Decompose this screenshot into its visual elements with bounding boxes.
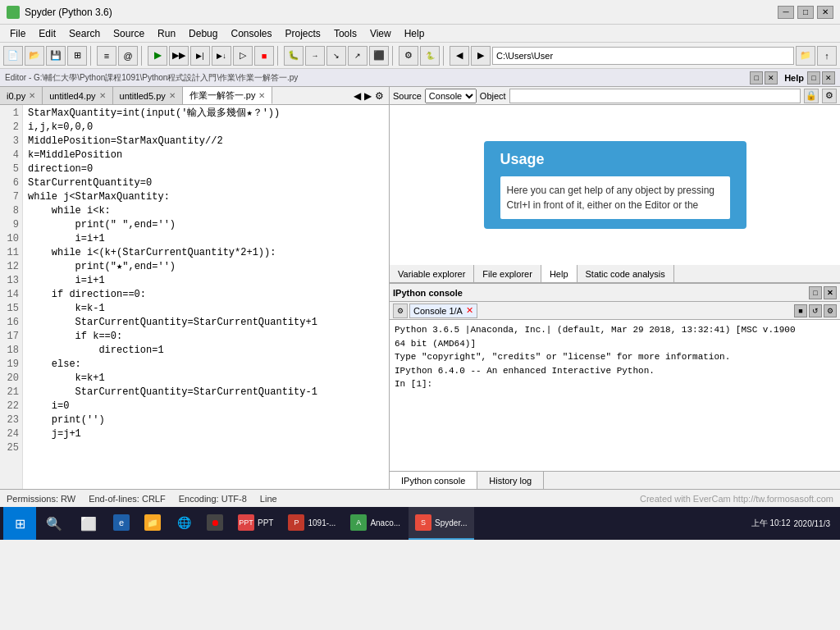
taskbar-app-ppt[interactable]: PPT PPT [231, 507, 280, 540]
tab-settings-button[interactable]: ⚙ [373, 89, 386, 103]
run-button[interactable]: ▶ [148, 46, 167, 66]
watermark: Created with EverCam http://tw.formosaso… [640, 494, 833, 504]
up-button[interactable]: ↑ [817, 46, 837, 66]
menu-debug[interactable]: Debug [182, 26, 224, 41]
help-content: Usage Here you can get help of any objec… [390, 105, 840, 265]
console-tab-label[interactable]: Console 1/A ✕ [409, 304, 477, 318]
tab-ipython-console[interactable]: IPython console [390, 472, 477, 489]
menu-search[interactable]: Search [62, 26, 107, 41]
taskbar-app-folder[interactable]: 📁 [138, 507, 167, 540]
spyder-settings-button[interactable]: ⚙ [399, 46, 418, 66]
menu-edit[interactable]: Edit [32, 26, 62, 41]
help-close-button[interactable]: ✕ [822, 71, 835, 84]
tab-untitled5-close[interactable]: ✕ [169, 91, 176, 100]
maximize-button[interactable]: □ [797, 6, 814, 19]
menu-projects[interactable]: Projects [279, 26, 327, 41]
at-button[interactable]: @ [118, 46, 138, 66]
tab-variable-explorer[interactable]: Variable explorer [390, 265, 474, 282]
ipython-settings-button[interactable]: ⚙ [393, 304, 408, 318]
tab-i0py[interactable]: i0.py ✕ [0, 87, 43, 104]
help-maximize-button[interactable]: □ [807, 71, 820, 84]
menu-consoles[interactable]: Consoles [224, 26, 278, 41]
ipython-close-button[interactable]: ✕ [824, 286, 837, 299]
tab-untitled4-close[interactable]: ✕ [99, 91, 106, 100]
run-file-button[interactable]: ▶▶ [169, 46, 189, 66]
code-editor[interactable]: 1234567891011121314151617181920212223242… [0, 105, 389, 489]
taskbar-app-excel[interactable]: P 1091-... [281, 507, 342, 540]
code-line: direction=0 [28, 162, 384, 176]
ipython-interrupt-button[interactable]: ■ [794, 304, 807, 317]
code-line: StarCurrentQuantity=StarCurrentQuantity-… [28, 386, 384, 399]
line-number: 3 [3, 135, 19, 148]
taskbar-app-ie[interactable]: e [107, 507, 136, 540]
usage-title: Usage [500, 151, 730, 168]
taskbar-taskview-button[interactable]: ⬜ [72, 507, 105, 540]
tab-homework-close[interactable]: ✕ [258, 91, 265, 100]
menu-run[interactable]: Run [151, 26, 182, 41]
minimize-button[interactable]: ─ [778, 6, 794, 19]
taskbar-search-button[interactable]: 🔍 [38, 507, 71, 540]
menu-file[interactable]: File [3, 26, 32, 41]
console-close-icon[interactable]: ✕ [466, 305, 473, 316]
editor-maximize-button[interactable]: □ [750, 71, 763, 84]
line-number: 2 [3, 121, 19, 135]
tab-back-button[interactable]: ◀ [352, 89, 363, 103]
line-number: 1 [3, 107, 19, 121]
ipython-maximize-button[interactable]: □ [809, 286, 822, 299]
run-selection-button[interactable]: ▷ [233, 46, 253, 66]
tab-forward-button[interactable]: ▶ [363, 89, 373, 103]
editor-close-button[interactable]: ✕ [765, 71, 778, 84]
toolbar: 📄 📂 💾 ⊞ ≡ @ ▶ ▶▶ ▶| ▶↓ ▷ ■ 🐛 → ↘ ↗ ⬛ ⚙ 🐍… [0, 43, 840, 69]
save-all-button[interactable]: ⊞ [67, 46, 87, 66]
back-button[interactable]: ◀ [450, 46, 469, 66]
step-into-button[interactable]: ↘ [326, 46, 346, 66]
object-input[interactable] [509, 89, 801, 103]
save-file-button[interactable]: 💾 [46, 46, 66, 66]
tab-homework[interactable]: 作業一解答一.py ✕ [183, 87, 273, 104]
menu-help[interactable]: Help [398, 26, 431, 41]
ipython-run-controls: ■ ↺ ⚙ [794, 304, 837, 317]
address-bar[interactable] [492, 47, 794, 65]
tab-history-log[interactable]: History log [477, 472, 544, 489]
tab-untitled5[interactable]: untitled5.py ✕ [113, 87, 183, 104]
console-content[interactable]: Python 3.6.5 |Anaconda, Inc.| (default, … [390, 320, 840, 471]
menu-tools[interactable]: Tools [327, 26, 363, 41]
close-button[interactable]: ✕ [817, 6, 833, 19]
step-out-button[interactable]: ↗ [348, 46, 368, 66]
python-path-button[interactable]: 🐍 [420, 46, 440, 66]
stop-button[interactable]: ■ [254, 46, 274, 66]
menu-view[interactable]: View [363, 26, 398, 41]
start-button[interactable]: ⊞ [3, 507, 36, 540]
object-lock-button[interactable]: 🔒 [804, 89, 819, 103]
browse-button[interactable]: 📁 [796, 46, 815, 66]
tab-static-code-analysis[interactable]: Static code analysis [578, 265, 674, 282]
debug-button[interactable]: 🐛 [284, 46, 304, 66]
tab-untitled4[interactable]: untitled4.py ✕ [43, 87, 112, 104]
stop-debug-button[interactable]: ⬛ [369, 46, 389, 66]
main-content: i0.py ✕ untitled4.py ✕ untitled5.py ✕ 作業… [0, 87, 840, 489]
usage-text: Here you can get help of any object by p… [500, 176, 730, 219]
step-button[interactable]: → [305, 46, 325, 66]
taskbar-app-spyder[interactable]: S Spyder... [409, 507, 473, 540]
code-content[interactable]: StarMaxQuantity=int(input('輸入最多幾個★？'))i,… [23, 105, 389, 489]
object-options-button[interactable]: ⚙ [822, 89, 837, 103]
console-select[interactable]: Console [425, 89, 477, 103]
taskbar-app-anaconda[interactable]: A Anaco... [344, 507, 407, 540]
tab-help[interactable]: Help [541, 265, 578, 282]
open-file-button[interactable]: 📂 [25, 46, 44, 66]
run-cell-button[interactable]: ▶| [190, 46, 210, 66]
tab-file-explorer[interactable]: File explorer [474, 265, 541, 282]
line-number: 16 [3, 316, 19, 330]
forward-button[interactable]: ▶ [471, 46, 491, 66]
taskbar-app-obs[interactable]: ⏺ [200, 507, 230, 540]
run-cell-advance-button[interactable]: ▶↓ [212, 46, 231, 66]
ipython-options-button[interactable]: ⚙ [824, 304, 837, 317]
menu-source[interactable]: Source [107, 26, 151, 41]
ipython-toolbar: ⚙ Console 1/A ✕ ■ ↺ ⚙ [390, 302, 840, 320]
chrome-icon: 🌐 [176, 514, 192, 531]
ipython-restart-button[interactable]: ↺ [809, 304, 822, 317]
outline-button[interactable]: ≡ [97, 46, 116, 66]
taskbar-app-chrome[interactable]: 🌐 [169, 507, 199, 540]
tab-i0py-close[interactable]: ✕ [29, 91, 35, 100]
new-file-button[interactable]: 📄 [3, 46, 23, 66]
